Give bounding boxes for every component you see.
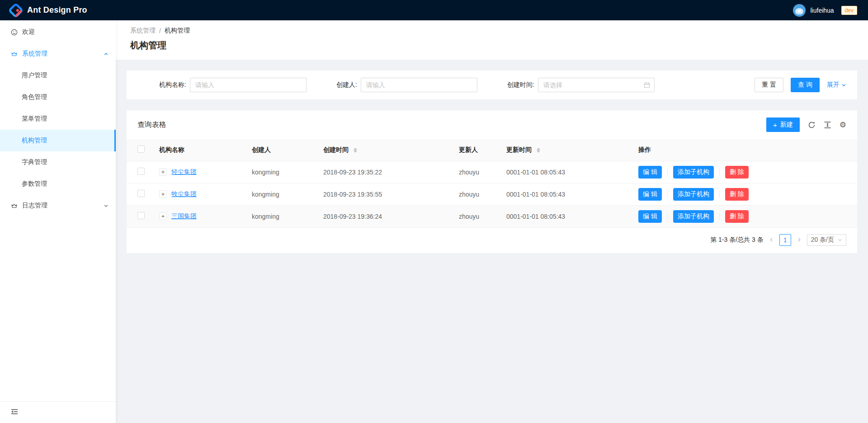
sort-carets-icon[interactable] bbox=[537, 148, 540, 153]
sidebar-item-menus[interactable]: 菜单管理 bbox=[0, 108, 116, 130]
org-name-input[interactable] bbox=[190, 78, 307, 92]
table-row: +三国集团 kongming 2018-09-23 19:36:24 zhouy… bbox=[127, 205, 857, 227]
chevron-down-icon bbox=[104, 203, 108, 208]
sidebar-item-users[interactable]: 用户管理 bbox=[0, 65, 116, 86]
pagination: 第 1-3 条/总共 3 条 1 20 条/页 bbox=[127, 228, 857, 253]
org-name-link[interactable]: 轻尘集团 bbox=[171, 168, 197, 175]
sidebar-item-roles[interactable]: 角色管理 bbox=[0, 86, 116, 108]
cell-updater: zhouyu bbox=[452, 161, 499, 183]
settings-gear-icon[interactable]: ⚙ bbox=[840, 121, 846, 129]
chevron-down-icon bbox=[841, 83, 846, 88]
column-label: 创建时间 bbox=[323, 146, 349, 153]
sidebar-item-label: 机构管理 bbox=[22, 136, 47, 145]
select-all-checkbox[interactable] bbox=[137, 146, 145, 153]
action-divider bbox=[667, 213, 668, 220]
column-header-update-time[interactable]: 更新时间 bbox=[499, 139, 631, 161]
page-size-value: 20 条/页 bbox=[811, 236, 834, 244]
expand-label: 展开 bbox=[827, 81, 840, 89]
table-row: +牧尘集团 kongming 2018-09-23 19:35:55 zhouy… bbox=[127, 183, 857, 205]
action-divider bbox=[667, 169, 668, 175]
expand-toggle[interactable]: 展开 bbox=[827, 81, 846, 89]
edit-button[interactable]: 编 辑 bbox=[638, 188, 662, 201]
sidebar-group-system[interactable]: 系统管理 bbox=[0, 43, 116, 65]
add-child-org-button[interactable]: 添加子机构 bbox=[673, 210, 714, 223]
page-size-select[interactable]: 20 条/页 bbox=[807, 234, 846, 246]
sidebar: 欢迎 系统管理 用户管理 角色管理 菜单管理 机构 bbox=[0, 20, 116, 423]
reload-icon[interactable] bbox=[808, 121, 816, 129]
page-number-1[interactable]: 1 bbox=[779, 234, 791, 246]
sidebar-collapse-button[interactable] bbox=[0, 401, 116, 423]
query-button[interactable]: 查 询 bbox=[791, 78, 820, 92]
expand-row-button[interactable]: + bbox=[159, 168, 167, 176]
sidebar-item-dictionaries[interactable]: 字典管理 bbox=[0, 151, 116, 173]
edit-button[interactable]: 编 辑 bbox=[638, 166, 662, 179]
smile-icon bbox=[11, 29, 18, 36]
breadcrumb-separator: / bbox=[159, 27, 161, 34]
cell-creator: kongming bbox=[245, 183, 316, 205]
sidebar-group-label: 系统管理 bbox=[22, 50, 47, 58]
table-toolbar: 查询表格 + 新建 bbox=[127, 110, 857, 139]
search-filter-card: 机构名称: 创建人: 创建时间: bbox=[127, 70, 857, 99]
row-checkbox[interactable] bbox=[137, 212, 145, 219]
add-child-org-button[interactable]: 添加子机构 bbox=[673, 166, 714, 179]
cell-updater: zhouyu bbox=[452, 205, 499, 227]
row-checkbox[interactable] bbox=[137, 190, 145, 197]
org-name-link[interactable]: 三国集团 bbox=[171, 212, 197, 220]
creator-input[interactable] bbox=[361, 78, 477, 92]
column-height-icon[interactable] bbox=[824, 121, 831, 129]
new-button[interactable]: + 新建 bbox=[766, 118, 800, 132]
username[interactable]: liufeihua bbox=[810, 7, 834, 14]
reset-button[interactable]: 重 置 bbox=[755, 78, 783, 92]
row-checkbox[interactable] bbox=[137, 168, 145, 175]
cell-create-time: 2018-09-23 19:36:24 bbox=[316, 205, 452, 227]
sidebar-item-label: 菜单管理 bbox=[22, 115, 47, 123]
expand-row-button[interactable]: + bbox=[159, 190, 167, 198]
column-header-creator: 创建人 bbox=[245, 139, 316, 161]
table-title: 查询表格 bbox=[137, 120, 166, 130]
sidebar-item-label: 参数管理 bbox=[22, 180, 47, 188]
column-label: 更新时间 bbox=[506, 146, 532, 153]
delete-button[interactable]: 删 除 bbox=[725, 188, 749, 201]
chevron-up-icon bbox=[104, 52, 108, 56]
logo-area[interactable]: Ant Design Pro bbox=[9, 4, 87, 17]
filter-org-name: 机构名称: bbox=[159, 78, 307, 92]
delete-button[interactable]: 删 除 bbox=[725, 210, 749, 223]
table-row: +轻尘集团 kongming 2018-09-23 19:35:22 zhouy… bbox=[127, 161, 857, 183]
org-name-link[interactable]: 牧尘集团 bbox=[171, 190, 197, 197]
column-label: 创建人 bbox=[252, 146, 271, 153]
filter-create-time: 创建时间: bbox=[507, 78, 655, 92]
content-area: 机构名称: 创建人: 创建时间: bbox=[116, 60, 868, 264]
app-header: Ant Design Pro liufeihua dev bbox=[0, 0, 868, 20]
sidebar-item-welcome[interactable]: 欢迎 bbox=[0, 21, 116, 43]
org-name-label: 机构名称: bbox=[159, 81, 186, 89]
crown-icon bbox=[11, 202, 18, 209]
next-page-button[interactable] bbox=[796, 237, 802, 242]
breadcrumb-current: 机构管理 bbox=[165, 27, 190, 35]
column-header-updater: 更新人 bbox=[452, 139, 499, 161]
create-time-picker[interactable] bbox=[538, 78, 655, 92]
query-table: 机构名称 创建人 创建时间 更新人 更新时间 bbox=[127, 139, 857, 228]
prev-page-button[interactable] bbox=[768, 237, 775, 242]
sidebar-item-parameters[interactable]: 参数管理 bbox=[0, 173, 116, 195]
add-child-org-button[interactable]: 添加子机构 bbox=[673, 188, 714, 201]
sidebar-item-organizations[interactable]: 机构管理 bbox=[0, 130, 116, 151]
sort-carets-icon[interactable] bbox=[354, 148, 357, 153]
sidebar-item-label: 角色管理 bbox=[22, 93, 47, 101]
column-header-create-time[interactable]: 创建时间 bbox=[316, 139, 452, 161]
filter-creator: 创建人: bbox=[336, 78, 477, 92]
plus-icon: + bbox=[773, 121, 777, 129]
cell-update-time: 0001-01-01 08:05:43 bbox=[499, 205, 631, 227]
sidebar-item-label: 字典管理 bbox=[22, 158, 47, 166]
sidebar-group-logs[interactable]: 日志管理 bbox=[0, 195, 116, 216]
user-avatar[interactable] bbox=[793, 4, 806, 17]
new-button-label: 新建 bbox=[780, 121, 793, 129]
breadcrumb-parent[interactable]: 系统管理 bbox=[130, 27, 156, 35]
main-content: 系统管理 / 机构管理 机构管理 机构名称: 创建人: 创建时间: bbox=[116, 0, 868, 264]
edit-button[interactable]: 编 辑 bbox=[638, 210, 662, 223]
app-logo-icon bbox=[9, 4, 23, 17]
sidebar-group-label: 日志管理 bbox=[22, 202, 47, 210]
expand-row-button[interactable]: + bbox=[159, 212, 167, 220]
cell-creator: kongming bbox=[245, 205, 316, 227]
page-header: 系统管理 / 机构管理 机构管理 bbox=[116, 20, 868, 60]
delete-button[interactable]: 删 除 bbox=[725, 166, 749, 179]
